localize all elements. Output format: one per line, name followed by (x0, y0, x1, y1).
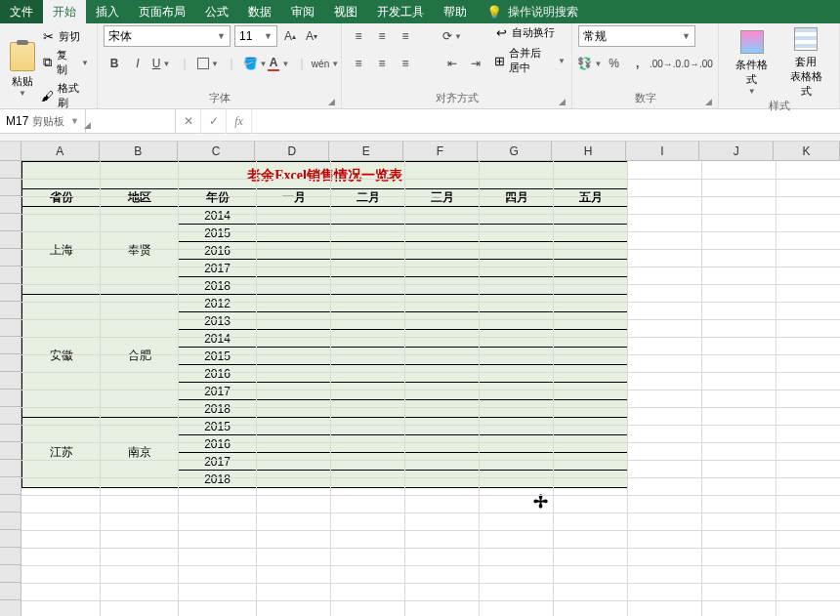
row-header[interactable] (0, 390, 21, 407)
number-format-combo[interactable]: 常规▼ (578, 25, 695, 47)
percent-button[interactable]: % (604, 53, 625, 74)
increase-indent-button[interactable]: ⇥ (465, 53, 486, 74)
tab-layout[interactable]: 页面布局 (129, 0, 195, 23)
fill-color-button[interactable]: 🪣▼ (244, 53, 266, 74)
conditional-format-button[interactable]: 条件格式 ▼ (725, 25, 779, 99)
col-header[interactable]: G (478, 142, 552, 160)
fx-icon: fx (234, 114, 243, 129)
decrease-indent-button[interactable]: ⇤ (441, 53, 463, 74)
row-header[interactable] (0, 267, 21, 284)
italic-button[interactable]: I (127, 53, 148, 74)
col-header[interactable]: J (699, 142, 774, 160)
row-header[interactable] (0, 196, 21, 214)
col-header[interactable]: H (552, 142, 626, 160)
wrap-text-button[interactable]: ↩自动换行 (494, 25, 566, 40)
row-header[interactable] (0, 302, 21, 319)
row-header[interactable] (0, 513, 21, 530)
row-header[interactable] (0, 407, 21, 425)
tab-insert[interactable]: 插入 (86, 0, 129, 23)
decrease-decimal-button[interactable]: .0→.00 (682, 53, 712, 74)
lightbulb-icon: 💡 (486, 5, 502, 20)
group-label-align: 对齐方式 (436, 92, 479, 103)
font-color-icon: A (268, 56, 280, 71)
col-header[interactable]: K (774, 142, 840, 160)
font-name-combo[interactable]: 宋体▼ (104, 25, 231, 47)
col-header[interactable]: E (329, 142, 403, 160)
worksheet-grid[interactable]: A B C D E F G H I J K 老余Excel销售情况一览表省份地区… (0, 142, 840, 616)
col-header[interactable]: A (21, 142, 100, 160)
row-header[interactable] (0, 442, 21, 460)
align-right-button[interactable]: ≡ (395, 53, 416, 74)
cut-button[interactable]: ✂剪切 (41, 29, 89, 44)
tab-formulas[interactable]: 公式 (195, 0, 238, 23)
row-header[interactable] (0, 495, 21, 513)
insert-function-button[interactable]: fx (227, 109, 252, 134)
col-header[interactable]: F (403, 142, 478, 160)
tab-home[interactable]: 开始 (43, 0, 86, 23)
row-header[interactable] (0, 179, 21, 196)
row-header[interactable] (0, 249, 21, 267)
cancel-formula-button[interactable]: ✕ (176, 109, 201, 134)
row-header[interactable] (0, 600, 21, 616)
format-as-table-button[interactable]: 套用表格格式 (779, 25, 834, 99)
copy-button[interactable]: ⧉复制▼ (41, 48, 89, 77)
row-header[interactable] (0, 548, 21, 565)
formula-bar: M17▼ ✕ ✓ fx (0, 109, 840, 134)
bold-button[interactable]: B (104, 53, 125, 74)
col-header[interactable]: I (626, 142, 700, 160)
tab-data[interactable]: 数据 (238, 0, 281, 23)
clipboard-launcher-icon[interactable]: ◢ (84, 120, 91, 130)
row-header[interactable] (0, 530, 21, 548)
row-header[interactable] (0, 425, 21, 442)
row-header[interactable] (0, 354, 21, 372)
number-launcher-icon[interactable]: ◢ (705, 97, 712, 106)
font-launcher-icon[interactable]: ◢ (328, 97, 335, 106)
font-size-combo[interactable]: 11▼ (234, 25, 277, 47)
col-header[interactable]: B (100, 142, 178, 160)
row-header[interactable] (0, 372, 21, 390)
bucket-icon: 🪣 (243, 57, 258, 70)
row-header[interactable] (0, 161, 21, 179)
align-top-button[interactable]: ≡ (348, 25, 369, 47)
tell-me-search[interactable]: 操作说明搜索 (508, 4, 578, 21)
comma-button[interactable]: , (627, 53, 649, 74)
font-color-button[interactable]: A▼ (268, 53, 289, 74)
row-header[interactable] (0, 583, 21, 600)
border-button[interactable]: ▼ (197, 53, 219, 74)
align-bottom-button[interactable]: ≡ (395, 25, 416, 47)
tab-review[interactable]: 审阅 (281, 0, 324, 23)
row-header[interactable] (0, 565, 21, 583)
data-table[interactable]: 老余Excel销售情况一览表省份地区年份一月二月三月四月五月上海奉贤201420… (21, 161, 628, 488)
format-painter-button[interactable]: 🖌格式刷 (41, 81, 89, 110)
grow-font-button[interactable]: A▴ (281, 25, 299, 47)
paste-button[interactable]: 粘贴 ▼ (6, 25, 39, 114)
phonetic-button[interactable]: wén▼ (315, 53, 336, 74)
group-label-styles: 样式 (769, 100, 790, 111)
increase-decimal-button[interactable]: .00→.0 (651, 53, 681, 74)
row-header[interactable] (0, 231, 21, 249)
row-header[interactable] (0, 214, 21, 231)
row-header[interactable] (0, 337, 21, 354)
align-launcher-icon[interactable]: ◢ (559, 97, 566, 106)
align-left-button[interactable]: ≡ (348, 53, 369, 74)
tab-view[interactable]: 视图 (324, 0, 367, 23)
row-header[interactable] (0, 460, 21, 477)
row-header[interactable] (0, 477, 21, 495)
select-all-corner[interactable] (0, 142, 21, 160)
tab-file[interactable]: 文件 (0, 0, 43, 23)
align-middle-button[interactable]: ≡ (371, 25, 393, 47)
col-header[interactable]: D (255, 142, 329, 160)
tab-dev[interactable]: 开发工具 (367, 0, 434, 23)
row-header[interactable] (0, 284, 21, 302)
col-header[interactable]: C (178, 142, 256, 160)
row-header[interactable] (0, 319, 21, 337)
tab-help[interactable]: 帮助 (434, 0, 477, 23)
align-center-button[interactable]: ≡ (371, 53, 393, 74)
merge-center-button[interactable]: ⊞合并后居中▼ (494, 46, 566, 75)
orientation-button[interactable]: ⟳▼ (441, 25, 463, 47)
shrink-font-button[interactable]: A▾ (303, 25, 320, 47)
row-headers (0, 161, 21, 616)
underline-button[interactable]: U▼ (150, 53, 172, 74)
enter-formula-button[interactable]: ✓ (201, 109, 227, 134)
accounting-format-button[interactable]: 💱▼ (578, 53, 602, 74)
